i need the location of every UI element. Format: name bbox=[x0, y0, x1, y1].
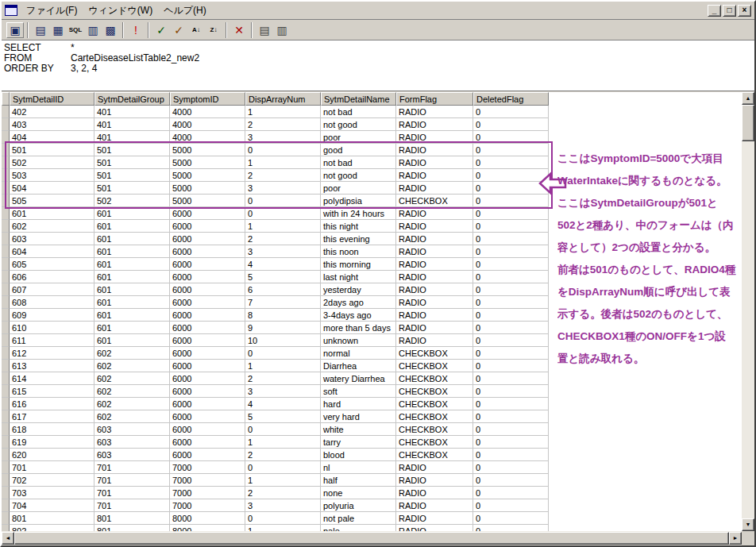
cell[interactable]: 617 bbox=[10, 410, 94, 423]
cell[interactable]: RADIO bbox=[396, 283, 473, 296]
cell[interactable]: CHECKBOX bbox=[396, 436, 473, 449]
cell[interactable]: RADIO bbox=[396, 499, 473, 512]
cell[interactable]: 602 bbox=[94, 347, 170, 360]
cell[interactable]: RADIO bbox=[396, 309, 473, 322]
cell[interactable]: 701 bbox=[10, 461, 94, 474]
cell[interactable]: 3-4days ago bbox=[321, 309, 396, 322]
cell[interactable]: 609 bbox=[10, 309, 94, 322]
table-row[interactable]: 50450150003poorRADIO0 bbox=[2, 182, 549, 195]
table-row[interactable]: 80180180000not paleRADIO0 bbox=[2, 512, 549, 525]
sort-ascending-icon[interactable]: A↓ bbox=[187, 22, 205, 38]
table-row[interactable]: 61460260002watery DiarrheaCHECKBOX0 bbox=[2, 372, 549, 385]
table-row[interactable]: 70270170001halfRADIO0 bbox=[2, 474, 549, 487]
datasheet-view-icon[interactable]: ▤ bbox=[32, 22, 49, 38]
cell[interactable]: 5000 bbox=[170, 156, 245, 169]
row-selector[interactable] bbox=[2, 334, 10, 347]
row-selector[interactable] bbox=[2, 372, 10, 385]
cell[interactable]: unknown bbox=[321, 334, 396, 347]
cell[interactable]: watery Diarrhea bbox=[321, 372, 396, 385]
cell[interactable]: 4 bbox=[245, 398, 321, 410]
cell[interactable]: 5000 bbox=[170, 182, 245, 195]
cell[interactable]: 610 bbox=[10, 322, 94, 334]
cell[interactable]: 701 bbox=[94, 487, 170, 499]
table-row[interactable]: 61760260005very hardCHECKBOX0 bbox=[2, 410, 549, 423]
check-syntax-icon[interactable]: ✓ bbox=[152, 22, 170, 38]
cell[interactable]: RADIO bbox=[396, 512, 473, 525]
cell[interactable]: 601 bbox=[94, 245, 170, 258]
cell[interactable]: 1 bbox=[245, 474, 321, 487]
cell[interactable]: very hard bbox=[321, 410, 396, 423]
cell[interactable]: RADIO bbox=[396, 334, 473, 347]
row-selector[interactable] bbox=[2, 322, 10, 334]
maximize-button[interactable]: □ bbox=[723, 5, 736, 17]
column-header-deletedflag[interactable]: DeletedFlag bbox=[473, 92, 549, 106]
cell[interactable]: poor bbox=[321, 182, 396, 195]
menu-item-2[interactable]: ウィンドウ(W) bbox=[83, 2, 158, 20]
cell[interactable]: 0 bbox=[473, 449, 549, 461]
cell[interactable]: 6000 bbox=[170, 385, 245, 398]
row-selector[interactable] bbox=[2, 474, 10, 487]
cell[interactable]: 0 bbox=[245, 195, 321, 207]
cell[interactable]: 616 bbox=[10, 398, 94, 410]
cell[interactable]: half bbox=[321, 474, 396, 487]
cell[interactable]: 6000 bbox=[170, 258, 245, 271]
cell[interactable]: 2days ago bbox=[321, 296, 396, 309]
cell[interactable]: 2 bbox=[245, 233, 321, 245]
cell[interactable]: 6000 bbox=[170, 372, 245, 385]
sql-view-icon[interactable]: SQL bbox=[67, 22, 84, 38]
row-selector[interactable] bbox=[2, 271, 10, 283]
cell[interactable]: 604 bbox=[10, 245, 94, 258]
cell[interactable]: RADIO bbox=[396, 169, 473, 182]
cell[interactable]: 704 bbox=[10, 499, 94, 512]
cell[interactable]: 6000 bbox=[170, 233, 245, 245]
cell[interactable]: 1 bbox=[245, 220, 321, 233]
cell[interactable]: 601 bbox=[94, 220, 170, 233]
horizontal-scrollbar-thumb[interactable] bbox=[14, 532, 729, 545]
cell[interactable]: RADIO bbox=[396, 207, 473, 220]
cell[interactable]: 703 bbox=[10, 487, 94, 499]
cell[interactable]: 0 bbox=[473, 106, 549, 118]
cell[interactable]: 602 bbox=[10, 220, 94, 233]
cell[interactable]: 0 bbox=[473, 283, 549, 296]
cell[interactable]: CHECKBOX bbox=[396, 423, 473, 436]
cell[interactable]: 6000 bbox=[170, 398, 245, 410]
cell[interactable]: 8000 bbox=[170, 512, 245, 525]
cell[interactable]: 10 bbox=[245, 334, 321, 347]
cell[interactable]: RADIO bbox=[396, 487, 473, 499]
cell[interactable]: 0 bbox=[473, 131, 549, 144]
cell[interactable]: RADIO bbox=[396, 182, 473, 195]
scroll-down-button[interactable]: ▼ bbox=[742, 518, 754, 531]
cell[interactable]: RADIO bbox=[396, 258, 473, 271]
cell[interactable]: 0 bbox=[473, 258, 549, 271]
cell[interactable]: 0 bbox=[473, 474, 549, 487]
table-row[interactable]: 70470170003polyuriaRADIO0 bbox=[2, 499, 549, 512]
column-header-formflag[interactable]: FormFlag bbox=[396, 92, 473, 106]
table-row[interactable]: 609601600083-4days agoRADIO0 bbox=[2, 309, 549, 322]
cell[interactable]: 0 bbox=[245, 207, 321, 220]
table-row[interactable]: 61360260001DiarrheaCHECKBOX0 bbox=[2, 360, 549, 372]
table-row[interactable]: 80280180001paleRADIO0 bbox=[2, 525, 549, 531]
cell[interactable]: 0 bbox=[473, 245, 549, 258]
cell[interactable]: RADIO bbox=[396, 322, 473, 334]
cell[interactable]: 1 bbox=[245, 106, 321, 118]
row-selector[interactable] bbox=[2, 360, 10, 372]
cell[interactable]: 801 bbox=[94, 512, 170, 525]
cell[interactable]: normal bbox=[321, 347, 396, 360]
cell[interactable]: 602 bbox=[94, 360, 170, 372]
cell[interactable]: 605 bbox=[10, 258, 94, 271]
cell[interactable]: 0 bbox=[245, 144, 321, 156]
cell[interactable]: 607 bbox=[10, 283, 94, 296]
edit-grid-icon[interactable]: ▩ bbox=[102, 22, 119, 38]
table-row[interactable]: 40340140002not goodRADIO0 bbox=[2, 118, 549, 131]
row-selector[interactable] bbox=[2, 106, 10, 118]
cell[interactable]: RADIO bbox=[396, 233, 473, 245]
horizontal-scrollbar[interactable]: ◄ ► bbox=[2, 531, 742, 545]
cell[interactable]: this morning bbox=[321, 258, 396, 271]
row-selector[interactable] bbox=[2, 347, 10, 360]
cell[interactable]: 0 bbox=[245, 461, 321, 474]
cell[interactable]: 0 bbox=[473, 512, 549, 525]
minimize-button[interactable]: _ bbox=[708, 5, 721, 17]
cell[interactable]: 601 bbox=[10, 207, 94, 220]
cell[interactable]: 3 bbox=[245, 245, 321, 258]
cell[interactable]: nl bbox=[321, 461, 396, 474]
